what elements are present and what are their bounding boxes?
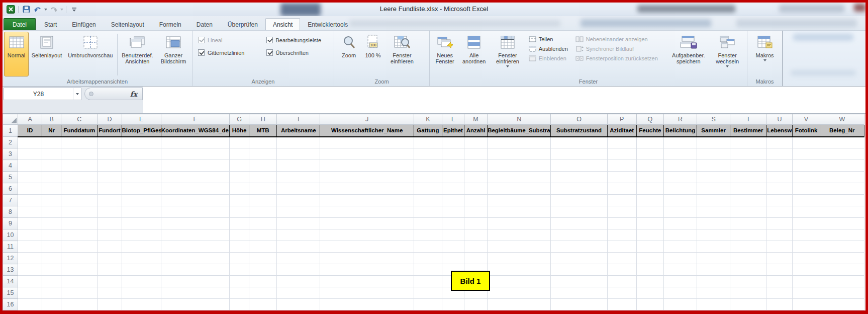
column-header-J[interactable]: J: [320, 114, 414, 125]
cell-J15[interactable]: [320, 287, 414, 299]
cell-C8[interactable]: [61, 206, 98, 218]
column-header-K[interactable]: K: [414, 114, 442, 125]
cell-L11[interactable]: [442, 241, 464, 253]
cell-P7[interactable]: [607, 195, 636, 206]
column-header-E[interactable]: E: [122, 114, 161, 125]
cell-T4[interactable]: [730, 160, 766, 172]
undo-dropdown-icon[interactable]: [44, 9, 47, 11]
cell-V7[interactable]: [793, 195, 820, 206]
cell-T5[interactable]: [730, 172, 766, 183]
cell-H5[interactable]: [249, 172, 277, 183]
cell-T13[interactable]: [730, 264, 766, 276]
cell-Q8[interactable]: [636, 206, 663, 218]
cell-H12[interactable]: [249, 253, 277, 264]
cell-L6[interactable]: [442, 183, 464, 195]
column-header-L[interactable]: L: [442, 114, 464, 125]
cell-P15[interactable]: [607, 287, 636, 299]
cell-J3[interactable]: [320, 148, 414, 160]
cell-H16[interactable]: [249, 299, 277, 310]
cell-K11[interactable]: [414, 241, 442, 253]
row-header-16[interactable]: 16: [3, 299, 18, 310]
cell-L16[interactable]: [442, 299, 464, 310]
cell-E8[interactable]: [122, 206, 161, 218]
cell-I7[interactable]: [277, 195, 320, 206]
cell-L2[interactable]: [442, 137, 464, 148]
cell-E16[interactable]: [122, 299, 161, 310]
cell-C12[interactable]: [61, 253, 98, 264]
cell-W12[interactable]: [820, 253, 864, 264]
tab-daten[interactable]: Daten: [189, 18, 220, 30]
select-all-corner[interactable]: [3, 114, 18, 125]
column-header-G[interactable]: G: [230, 114, 249, 125]
cell-B2[interactable]: [42, 137, 61, 148]
cell-B5[interactable]: [42, 172, 61, 183]
cell-J4[interactable]: [320, 160, 414, 172]
cell-U4[interactable]: [766, 160, 793, 172]
row-header-15[interactable]: 15: [3, 287, 18, 299]
cell-I8[interactable]: [277, 206, 320, 218]
cell-R14[interactable]: [663, 276, 697, 287]
cell-F7[interactable]: [161, 195, 229, 206]
zoom-fenster-einfrieren-button[interactable]: Fenster einfrieren: [384, 32, 420, 76]
nebeneinander-anzeigen-button-disabled[interactable]: Nebeneinander anzeigen: [575, 36, 664, 42]
cell-T12[interactable]: [730, 253, 766, 264]
cell-P6[interactable]: [607, 183, 636, 195]
seitenlayout-view-button[interactable]: Seitenlayout: [29, 32, 65, 76]
cell-J16[interactable]: [320, 299, 414, 310]
save-icon[interactable]: [21, 5, 31, 14]
cell-Q9[interactable]: [636, 218, 663, 229]
cell-C14[interactable]: [61, 276, 98, 287]
customize-qat-icon[interactable]: [69, 5, 79, 14]
cell-E11[interactable]: [122, 241, 161, 253]
cell-N6[interactable]: [488, 183, 551, 195]
cell-T9[interactable]: [730, 218, 766, 229]
cell-I6[interactable]: [277, 183, 320, 195]
cell-C10[interactable]: [61, 229, 98, 241]
column-header-F[interactable]: F: [161, 114, 229, 125]
synchroner-bildlauf-button-disabled[interactable]: Synchroner Bildlauf: [575, 46, 664, 52]
cell-E13[interactable]: [122, 264, 161, 276]
row-header-7[interactable]: 7: [3, 195, 18, 206]
column-header-M[interactable]: M: [464, 114, 488, 125]
cell-S2[interactable]: [697, 137, 730, 148]
ausblenden-button[interactable]: Ausblenden: [529, 46, 569, 52]
column-header-V[interactable]: V: [793, 114, 820, 125]
cell-U6[interactable]: [766, 183, 793, 195]
cell-D2[interactable]: [98, 137, 122, 148]
cell-J6[interactable]: [320, 183, 414, 195]
cell-O13[interactable]: [551, 264, 607, 276]
cell-L8[interactable]: [442, 206, 464, 218]
cell-D6[interactable]: [98, 183, 122, 195]
cell-D8[interactable]: [98, 206, 122, 218]
cell-Q4[interactable]: [636, 160, 663, 172]
cell-R4[interactable]: [663, 160, 697, 172]
cell-D3[interactable]: [98, 148, 122, 160]
cell-B16[interactable]: [42, 299, 61, 310]
cell-H2[interactable]: [249, 137, 277, 148]
row-header-11[interactable]: 11: [3, 241, 18, 253]
cell-S5[interactable]: [697, 172, 730, 183]
tab-entwicklertools[interactable]: Entwicklertools: [300, 18, 355, 30]
cell-Q7[interactable]: [636, 195, 663, 206]
cell-B3[interactable]: [42, 148, 61, 160]
cell-D14[interactable]: [98, 276, 122, 287]
cell-L10[interactable]: [442, 229, 464, 241]
row-header-9[interactable]: 9: [3, 218, 18, 229]
cell-C9[interactable]: [61, 218, 98, 229]
cell-V11[interactable]: [793, 241, 820, 253]
cell-U13[interactable]: [766, 264, 793, 276]
cell-V5[interactable]: [793, 172, 820, 183]
cell-U16[interactable]: [766, 299, 793, 310]
formula-input[interactable]: [143, 87, 865, 113]
cell-H14[interactable]: [249, 276, 277, 287]
cell-T16[interactable]: [730, 299, 766, 310]
makros-button[interactable]: Makros: [751, 32, 779, 76]
cell-S16[interactable]: [697, 299, 730, 310]
insert-function-area[interactable]: fx: [84, 88, 143, 100]
cell-R2[interactable]: [663, 137, 697, 148]
cell-I15[interactable]: [277, 287, 320, 299]
cell-P9[interactable]: [607, 218, 636, 229]
cell-K3[interactable]: [414, 148, 442, 160]
cell-N3[interactable]: [488, 148, 551, 160]
cell-G15[interactable]: [230, 287, 249, 299]
